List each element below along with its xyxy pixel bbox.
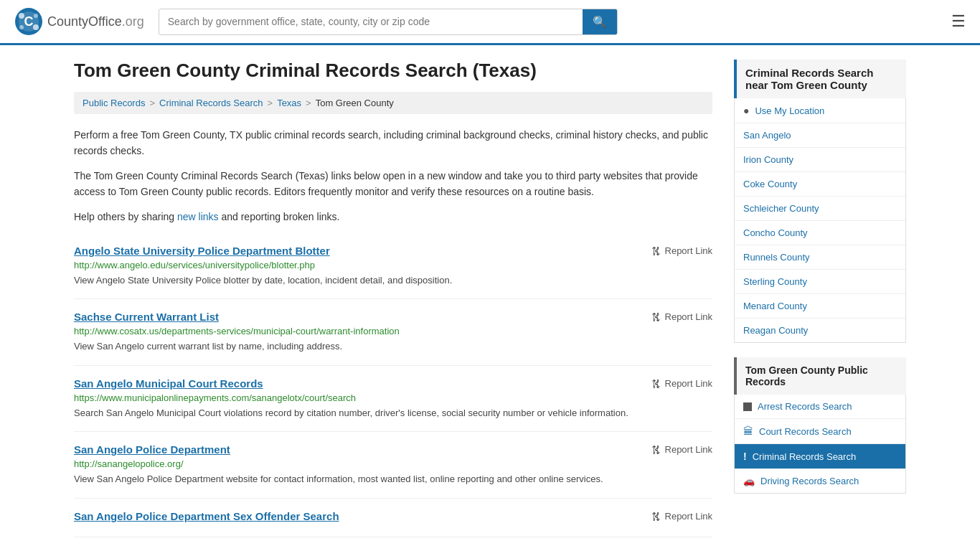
new-links-link[interactable]: new links: [177, 211, 219, 222]
nearby-label: Irion County: [743, 154, 793, 165]
svg-point-5: [19, 25, 24, 29]
driving-records-item[interactable]: 🚗 Driving Records Search: [735, 469, 905, 493]
court-records-item[interactable]: 🏛 Court Records Search: [735, 419, 905, 444]
record-desc: View San Angelo current warrant list by …: [74, 339, 712, 354]
search-bar: 🔍: [159, 9, 618, 35]
nearby-label: San Angelo: [743, 130, 791, 141]
record-title[interactable]: Angelo State University Police Departmen…: [74, 245, 330, 257]
sidebar: Criminal Records Search near Tom Green C…: [734, 60, 906, 537]
record-title[interactable]: San Angelo Police Department: [74, 443, 230, 456]
logo[interactable]: C CountyOffice.org: [14, 7, 144, 36]
nearby-header: Criminal Records Search near Tom Green C…: [734, 60, 906, 98]
report-icon: ⛕: [651, 311, 661, 323]
hamburger-icon: ☰: [951, 12, 966, 30]
records-list: Angelo State University Police Departmen…: [74, 233, 712, 537]
court-records-link[interactable]: 🏛 Court Records Search: [735, 419, 905, 443]
report-link[interactable]: ⛕ Report Link: [651, 443, 712, 456]
arrest-records-link[interactable]: Arrest Records Search: [735, 395, 905, 418]
search-input[interactable]: [159, 10, 583, 33]
report-icon: ⛕: [651, 443, 661, 456]
schleicher-county-link[interactable]: Schleicher County: [735, 197, 905, 220]
record-url: http://sanangelopolice.org/: [74, 458, 712, 469]
criminal-records-label: Criminal Records Search: [753, 451, 857, 462]
record-title[interactable]: San Angelo Police Department Sex Offende…: [74, 510, 339, 522]
nearby-reagan-county[interactable]: Reagan County: [735, 319, 905, 342]
record-header: San Angelo Municipal Court Records⛕ Repo…: [74, 377, 712, 390]
record-title[interactable]: Sachse Current Warrant List: [74, 311, 219, 323]
header-right: ☰: [944, 12, 966, 31]
report-link[interactable]: ⛕ Report Link: [651, 377, 712, 390]
driving-records-link[interactable]: 🚗 Driving Records Search: [735, 469, 905, 493]
use-my-location-link[interactable]: ● Use My Location: [735, 98, 905, 123]
nearby-label: Runnels County: [743, 252, 810, 263]
record-url: http://www.angelo.edu/services/universit…: [74, 260, 712, 270]
description-2: The Tom Green County Criminal Records Se…: [74, 168, 712, 200]
logo-text: CountyOffice.org: [47, 14, 144, 29]
breadcrumb-public-records[interactable]: Public Records: [83, 98, 145, 108]
record-desc: View Angelo State University Police blot…: [74, 273, 712, 288]
nearby-label: Sterling County: [743, 276, 807, 287]
nearby-schleicher-county[interactable]: Schleicher County: [735, 197, 905, 221]
record-url: https://www.municipalonlinepayments.com/…: [74, 392, 712, 403]
svg-text:C: C: [24, 14, 34, 29]
main-container: Tom Green County Criminal Records Search…: [60, 45, 920, 551]
report-icon: ⛕: [651, 245, 661, 257]
report-icon: ⛕: [651, 510, 661, 522]
menu-button[interactable]: ☰: [951, 12, 966, 31]
location-pin-icon: ●: [743, 105, 749, 116]
nearby-section: Criminal Records Search near Tom Green C…: [734, 60, 906, 343]
criminal-records-item[interactable]: ! Criminal Records Search: [735, 444, 905, 469]
breadcrumb-current: Tom Green County: [316, 98, 394, 108]
record-item: San Angelo Municipal Court Records⛕ Repo…: [74, 366, 712, 433]
page-title: Tom Green County Criminal Records Search…: [74, 60, 712, 82]
public-records-section: Tom Green County Public Records Arrest R…: [734, 357, 906, 494]
use-my-location-item[interactable]: ● Use My Location: [735, 98, 905, 123]
breadcrumb: Public Records > Criminal Records Search…: [74, 92, 712, 114]
nearby-sterling-county[interactable]: Sterling County: [735, 270, 905, 294]
public-records-list: Arrest Records Search 🏛 Court Records Se…: [734, 395, 906, 494]
record-header: Sachse Current Warrant List⛕ Report Link: [74, 311, 712, 323]
record-item: Angelo State University Police Departmen…: [74, 233, 712, 300]
runnels-county-link[interactable]: Runnels County: [735, 245, 905, 269]
nearby-irion-county[interactable]: Irion County: [735, 148, 905, 172]
record-header: Angelo State University Police Departmen…: [74, 245, 712, 257]
record-item: Sachse Current Warrant List⛕ Report Link…: [74, 299, 712, 366]
report-link[interactable]: ⛕ Report Link: [651, 245, 712, 257]
nearby-concho-county[interactable]: Concho County: [735, 221, 905, 245]
exclaim-icon: !: [743, 451, 747, 462]
nearby-label: Schleicher County: [743, 203, 819, 214]
nearby-label: Menard County: [743, 301, 807, 311]
arrest-records-item[interactable]: Arrest Records Search: [735, 395, 905, 419]
report-link[interactable]: ⛕ Report Link: [651, 510, 712, 522]
search-button[interactable]: 🔍: [583, 9, 617, 34]
nearby-label: Reagan County: [743, 325, 808, 336]
nearby-runnels-county[interactable]: Runnels County: [735, 245, 905, 270]
nearby-san-angelo[interactable]: San Angelo: [735, 123, 905, 148]
nearby-coke-county[interactable]: Coke County: [735, 172, 905, 197]
search-icon: 🔍: [593, 16, 607, 28]
record-url: http://www.cosatx.us/departments-service…: [74, 326, 712, 336]
sterling-county-link[interactable]: Sterling County: [735, 270, 905, 293]
concho-county-link[interactable]: Concho County: [735, 221, 905, 245]
car-icon: 🚗: [743, 476, 755, 486]
site-header: C CountyOffice.org 🔍 ☰: [0, 0, 980, 45]
breadcrumb-criminal-records[interactable]: Criminal Records Search: [159, 98, 263, 108]
san-angelo-link[interactable]: San Angelo: [735, 123, 905, 147]
irion-county-link[interactable]: Irion County: [735, 148, 905, 171]
record-item: San Angelo Police Department⛕ Report Lin…: [74, 432, 712, 499]
criminal-records-link[interactable]: ! Criminal Records Search: [735, 444, 905, 468]
main-content: Tom Green County Criminal Records Search…: [74, 60, 712, 537]
menard-county-link[interactable]: Menard County: [735, 294, 905, 318]
logo-icon: C: [14, 7, 43, 36]
use-my-location-label: Use My Location: [755, 105, 824, 116]
report-icon: ⛕: [651, 377, 661, 390]
svg-point-4: [34, 14, 38, 18]
record-header: San Angelo Police Department⛕ Report Lin…: [74, 443, 712, 456]
reagan-county-link[interactable]: Reagan County: [735, 319, 905, 342]
coke-county-link[interactable]: Coke County: [735, 172, 905, 196]
record-desc: Search San Angelo Municipal Court violat…: [74, 406, 712, 420]
record-title[interactable]: San Angelo Municipal Court Records: [74, 377, 263, 390]
breadcrumb-texas[interactable]: Texas: [277, 98, 301, 108]
report-link[interactable]: ⛕ Report Link: [651, 311, 712, 323]
nearby-menard-county[interactable]: Menard County: [735, 294, 905, 319]
